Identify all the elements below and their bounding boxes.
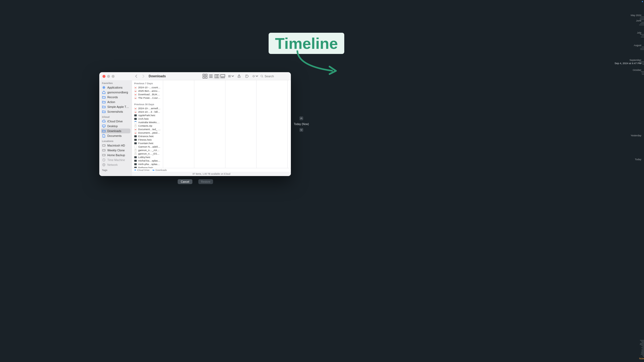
timeline-tick[interactable] bbox=[641, 354, 644, 354]
timeline-tick[interactable] bbox=[639, 25, 644, 25]
file-row[interactable]: Contacts.zip bbox=[132, 124, 163, 127]
sidebar-item[interactable]: Weekly Clone bbox=[101, 148, 130, 153]
timeline-tick[interactable] bbox=[641, 352, 644, 352]
timeline-tick[interactable] bbox=[640, 343, 644, 344]
timeline-tick[interactable] bbox=[640, 49, 644, 50]
file-row[interactable]: Arch.heic bbox=[132, 117, 163, 120]
timeline-tick[interactable] bbox=[641, 353, 644, 353]
timeline-tick[interactable] bbox=[642, 73, 644, 73]
sidebar-item[interactable]: Network bbox=[101, 162, 130, 167]
search-box[interactable] bbox=[260, 75, 288, 78]
file-row[interactable]: Fitness.heic bbox=[132, 138, 163, 141]
file-column-1[interactable]: Previous 7 Days2024-10 -…county.pdf2025 … bbox=[132, 80, 163, 168]
share-button[interactable] bbox=[236, 74, 242, 79]
timeline-tick[interactable] bbox=[641, 71, 644, 72]
timeline-tick[interactable] bbox=[640, 18, 644, 19]
timeline-tick[interactable] bbox=[641, 37, 644, 37]
timeline-month-label[interactable]: July bbox=[637, 31, 641, 34]
timeline-today-label[interactable]: Today bbox=[635, 158, 641, 161]
timeline-yesterday-label[interactable]: Yesterday bbox=[631, 134, 641, 137]
sidebar-item[interactable]: Documents bbox=[101, 133, 130, 138]
timeline-tick[interactable] bbox=[642, 355, 644, 356]
timeline-tick[interactable] bbox=[640, 48, 644, 49]
path-crumb[interactable]: iCloud Drive bbox=[134, 169, 149, 171]
gallery-view-button[interactable] bbox=[220, 74, 226, 79]
cancel-button[interactable]: Cancel bbox=[178, 179, 192, 184]
sidebar-item[interactable]: Downloads bbox=[101, 129, 130, 133]
timeline-month-label[interactable]: June bbox=[636, 19, 641, 22]
timeline-tick[interactable] bbox=[642, 349, 644, 349]
file-column-2[interactable] bbox=[163, 80, 194, 168]
timeline-tick[interactable] bbox=[640, 23, 644, 24]
sidebar-item[interactable]: Time Machine bbox=[101, 158, 130, 162]
file-row[interactable]: Document…ted_ 2.pdf bbox=[132, 127, 163, 131]
back-button[interactable] bbox=[135, 75, 138, 78]
file-column-5[interactable] bbox=[257, 80, 288, 168]
timeline-tick[interactable] bbox=[642, 47, 644, 47]
sidebar-item[interactable]: Screenshots bbox=[101, 109, 130, 114]
list-view-button[interactable] bbox=[208, 74, 214, 79]
file-row[interactable]: 2024-10-…armella.pdf bbox=[132, 107, 163, 110]
column-view-button[interactable] bbox=[214, 74, 220, 79]
timeline-month-label[interactable]: August bbox=[634, 44, 641, 47]
timeline-tick[interactable] bbox=[643, 356, 644, 357]
timeline-tick[interactable] bbox=[641, 350, 644, 350]
sidebar-item[interactable]: Desktop bbox=[101, 124, 130, 129]
file-row[interactable]: 2025 Ben…annon.pdf bbox=[132, 89, 163, 93]
file-row[interactable]: 2024-10-…k - bill.pdf bbox=[132, 110, 163, 114]
sidebar-item[interactable]: Home Backup bbox=[101, 153, 130, 158]
timeline-tick[interactable] bbox=[642, 351, 644, 351]
sidebar-item[interactable]: Action bbox=[101, 100, 130, 104]
timeline-tick[interactable] bbox=[640, 34, 644, 35]
group-button[interactable] bbox=[228, 74, 234, 79]
file-row[interactable]: michal-ba…splash.jpg bbox=[132, 159, 163, 162]
file-row[interactable]: The Powe…Course.pdf bbox=[132, 96, 163, 100]
timeline-tick[interactable] bbox=[641, 348, 644, 348]
file-row[interactable]: Lobby.heic bbox=[132, 155, 163, 159]
timeline-tick[interactable] bbox=[640, 344, 644, 345]
search-input[interactable] bbox=[265, 75, 286, 78]
tags-button[interactable] bbox=[244, 74, 250, 79]
file-row[interactable]: gannon_n…_AXVK.zip bbox=[132, 148, 163, 152]
sidebar-item[interactable]: Records bbox=[101, 95, 130, 100]
file-row[interactable]: minh-pha…splash.jpg bbox=[132, 162, 163, 166]
timeline-month-label[interactable]: October bbox=[633, 69, 641, 71]
timeline[interactable]: May 2024JuneJulyAugustSeptemberOctoberSe… bbox=[630, 0, 644, 362]
timeline-tick[interactable] bbox=[641, 345, 644, 346]
timeline-tick[interactable] bbox=[640, 340, 644, 341]
sidebar-item[interactable]: Macintosh HD bbox=[101, 143, 130, 148]
timeline-month-label[interactable]: May 2024 bbox=[631, 14, 641, 17]
file-row[interactable]: ApplePark.heic bbox=[132, 114, 163, 117]
file-column-3[interactable] bbox=[194, 80, 225, 168]
minimize-button[interactable] bbox=[107, 75, 110, 78]
stepper-down-button[interactable] bbox=[299, 128, 303, 132]
file-row[interactable]: Gannon N…adelicense bbox=[132, 145, 163, 148]
zoom-button[interactable] bbox=[112, 75, 115, 78]
file-column-4[interactable] bbox=[225, 80, 257, 168]
timeline-tick[interactable] bbox=[641, 22, 644, 23]
file-row[interactable]: Document…pted_.pdf bbox=[132, 131, 163, 134]
file-row[interactable]: Entrance.heic bbox=[132, 134, 163, 138]
timeline-tick[interactable] bbox=[642, 35, 644, 36]
timeline-tick[interactable] bbox=[642, 342, 644, 343]
restore-button[interactable]: Restore bbox=[198, 179, 213, 184]
path-crumb[interactable]: Downloads bbox=[152, 169, 167, 171]
file-row[interactable]: 2024-10 -…county.pdf bbox=[132, 86, 163, 89]
sidebar-item[interactable]: iCloud Drive bbox=[101, 119, 130, 124]
timeline-tick[interactable] bbox=[641, 341, 644, 342]
file-row[interactable]: Download…BUKA7.pdf bbox=[132, 93, 163, 96]
icon-view-button[interactable] bbox=[202, 74, 208, 79]
file-row[interactable]: Australia Weeks.docx bbox=[132, 120, 163, 124]
stepper-up-button[interactable] bbox=[299, 116, 303, 120]
timeline-now-label[interactable]: Now bbox=[639, 357, 644, 360]
sidebar-item[interactable]: gannonnordberg bbox=[101, 90, 130, 95]
close-button[interactable] bbox=[103, 75, 105, 78]
sidebar-item[interactable]: Applications bbox=[101, 85, 130, 90]
file-row[interactable]: Pathway.heic bbox=[132, 166, 163, 168]
forward-button[interactable] bbox=[142, 75, 145, 78]
timeline-tick[interactable] bbox=[642, 64, 644, 65]
timeline-tick[interactable] bbox=[640, 17, 644, 17]
timeline-tick[interactable] bbox=[642, 74, 644, 75]
file-row[interactable]: gannon_n…_ESWS.zip bbox=[132, 152, 163, 155]
file-row[interactable]: Fountain.heic bbox=[132, 141, 163, 145]
